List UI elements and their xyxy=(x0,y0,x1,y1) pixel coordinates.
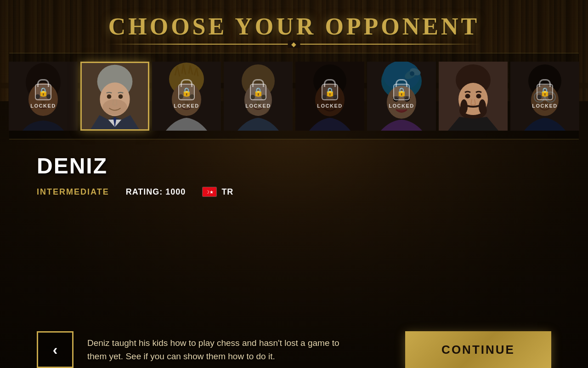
svg-point-48 xyxy=(465,94,470,98)
svg-point-11 xyxy=(119,94,123,99)
lock-overlay-2: 🔒 LOCKED xyxy=(152,62,221,131)
flag-icon: ☽★ xyxy=(202,187,217,197)
lock-label-4: LOCKED xyxy=(317,103,342,109)
lock-label-7: LOCKED xyxy=(532,103,557,109)
back-arrow-icon: ‹ xyxy=(53,341,58,358)
svg-point-49 xyxy=(476,94,481,98)
difficulty-badge: INTERMEDIATE xyxy=(37,187,109,197)
flag-crescent: ☽★ xyxy=(205,190,214,195)
title-divider xyxy=(108,44,480,45)
info-section: DENIZ INTERMEDIATE RATING: 1000 ☽★ TR xyxy=(0,139,588,197)
lock-label-5: LOCKED xyxy=(389,103,414,109)
lock-overlay-7: 🔒 LOCKED xyxy=(510,62,579,131)
opponent-card-3[interactable]: 🔒 LOCKED xyxy=(224,62,293,131)
rating-text: RATING: 1000 xyxy=(126,187,186,197)
carousel-strip: 🔒 LOCKED xyxy=(9,53,579,139)
continue-label: CONTINUE xyxy=(441,343,515,357)
opponent-face-6 xyxy=(439,62,508,131)
lock-label-0: LOCKED xyxy=(30,103,56,109)
opponent-card-1[interactable] xyxy=(80,62,149,131)
opponent-card-2[interactable]: 🔒 LOCKED xyxy=(152,62,221,131)
bottom-section: ‹ Deniz taught his kids how to play ches… xyxy=(0,206,588,368)
left-controls: ‹ Deniz taught his kids how to play ches… xyxy=(37,331,345,368)
opponent-description: Deniz taught his kids how to play chess … xyxy=(87,336,345,363)
lock-icon-2: 🔒 xyxy=(178,84,195,100)
lock-icon-7: 🔒 xyxy=(537,84,553,100)
svg-point-46 xyxy=(460,99,468,114)
back-button[interactable]: ‹ xyxy=(37,331,74,368)
svg-point-47 xyxy=(479,99,486,114)
lock-overlay-4: 🔒 LOCKED xyxy=(295,62,364,131)
main-container: CHOOSE YOUR OPPONENT xyxy=(0,0,588,368)
title-section: CHOOSE YOUR OPPONENT xyxy=(108,13,480,45)
opponent-name: DENIZ xyxy=(37,153,107,178)
svg-point-10 xyxy=(107,94,112,99)
opponent-card-4[interactable]: 🔒 LOCKED xyxy=(295,62,364,131)
lock-label-3: LOCKED xyxy=(245,103,271,109)
carousel-section: 🔒 LOCKED xyxy=(0,53,588,139)
opponent-face-1 xyxy=(82,63,148,129)
opponent-card-6[interactable] xyxy=(439,62,508,131)
lock-icon-0: 🔒 xyxy=(35,84,51,100)
page-title: CHOOSE YOUR OPPONENT xyxy=(108,13,480,40)
opponent-card-5[interactable]: 🔒 LOCKED xyxy=(367,62,436,131)
opponent-card-0[interactable]: 🔒 LOCKED xyxy=(9,62,78,131)
lock-icon-4: 🔒 xyxy=(322,84,338,100)
lock-label-2: LOCKED xyxy=(174,103,199,109)
opponent-meta: INTERMEDIATE RATING: 1000 ☽★ TR xyxy=(37,187,233,197)
flag-container: ☽★ TR xyxy=(202,187,233,197)
opponent-card-7[interactable]: 🔒 LOCKED xyxy=(510,62,579,131)
lock-icon-3: 🔒 xyxy=(250,84,266,100)
flag-red-stripe: ☽★ xyxy=(203,187,216,196)
lock-icon-5: 🔒 xyxy=(393,84,410,100)
flag-country: TR xyxy=(221,187,233,197)
lock-overlay-5: 🔒 LOCKED xyxy=(367,62,436,131)
continue-button[interactable]: CONTINUE xyxy=(405,331,551,368)
lock-overlay-0: 🔒 LOCKED xyxy=(9,62,78,131)
svg-point-9 xyxy=(102,99,127,115)
lock-overlay-3: 🔒 LOCKED xyxy=(224,62,293,131)
